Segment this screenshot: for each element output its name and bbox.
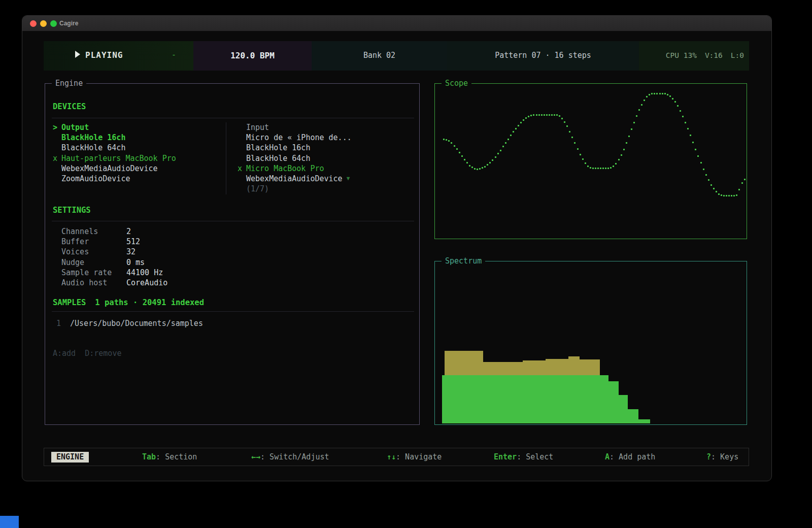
scope-dot — [636, 115, 637, 117]
bank-segment[interactable]: Bank 02 — [312, 41, 447, 71]
setting-value: 44100 Hz — [126, 268, 163, 278]
scope-dot — [497, 153, 499, 154]
scope-dot — [692, 142, 694, 143]
device-row[interactable]: xHaut-parleurs MacBook Pro — [53, 153, 220, 163]
scope-dot — [456, 148, 458, 150]
scope-dot — [669, 95, 671, 97]
scope-dot — [461, 155, 463, 157]
settings-row[interactable]: Sample rate44100 Hz — [61, 268, 167, 278]
scope-dot — [525, 117, 527, 119]
settings-row[interactable]: Nudge0 ms — [61, 257, 167, 268]
cpu-value: CPU 13% — [666, 51, 697, 59]
hint-desc: : Select — [517, 452, 553, 461]
device-name: (1/7) — [246, 184, 269, 194]
settings-list: Channels2Buffer512Voices32Nudge0 msSampl… — [61, 226, 167, 288]
bpm-value: 120.0 BPM — [193, 51, 312, 60]
scope-dot — [690, 135, 691, 136]
scope-dot — [631, 128, 632, 130]
spectrum-peak-bar — [580, 359, 600, 375]
bpm-segment[interactable]: 120.0 BPM — [193, 41, 312, 71]
input-header[interactable]: Input — [238, 122, 413, 133]
device-row[interactable]: WebexMediaAudioDevice▼ — [238, 174, 413, 184]
cursor-icon: > — [53, 122, 61, 133]
device-name: BlackHole 16ch — [61, 133, 125, 143]
key-hint: ←→: Switch/Adjust — [251, 452, 329, 461]
scope-dot — [482, 167, 483, 169]
device-row[interactable]: Micro de « iPhone de... — [238, 133, 413, 143]
scope-dot — [718, 193, 720, 195]
device-row[interactable]: BlackHole 16ch — [238, 143, 413, 153]
device-name: Micro de « iPhone de... — [246, 133, 352, 143]
scope-dot — [451, 142, 452, 144]
device-row[interactable]: xMicro MacBook Pro — [238, 163, 413, 174]
scope-dot — [713, 188, 715, 189]
samples-heading: SAMPLES1 paths · 20491 indexed — [53, 298, 204, 307]
scope-dot — [582, 158, 584, 160]
engine-panel: Engine DEVICES >Output BlackHole 16chBla… — [45, 83, 420, 425]
setting-label: Voices — [61, 247, 126, 257]
scope-dot — [541, 114, 543, 116]
scope-dot — [695, 149, 696, 150]
settings-row[interactable]: Voices32 — [61, 247, 167, 257]
device-name: Micro MacBook Pro — [246, 163, 324, 174]
hint-desc: : Add path — [610, 452, 655, 461]
sample-path-row[interactable]: 1/Users/bubo/Documents/samples — [56, 318, 203, 328]
hint-key: ? — [706, 452, 711, 461]
settings-row[interactable]: Audio hostCoreAudio — [61, 278, 167, 288]
hint-key: Tab — [142, 452, 156, 461]
key-hint: ?: Keys — [706, 452, 738, 461]
scope-dot — [585, 162, 586, 164]
setting-label: Buffer — [61, 237, 126, 247]
maximize-button[interactable] — [50, 20, 57, 27]
device-name: WebexMediaAudioDevice — [246, 174, 343, 184]
desktop-background: Cagire PLAYING - 120.0 BPM Bank 02 Patte… — [0, 0, 812, 528]
scope-dot — [667, 94, 668, 95]
output-header[interactable]: >Output — [53, 122, 220, 133]
scope-dot — [626, 142, 627, 144]
scope-dot — [474, 168, 476, 170]
transport-bar: PLAYING - 120.0 BPM Bank 02 Pattern 07 ·… — [44, 41, 749, 71]
device-row[interactable]: BlackHole 64ch — [53, 143, 220, 153]
scope-dot — [459, 152, 460, 153]
scope-dot — [546, 114, 548, 116]
scope-dot — [710, 184, 712, 186]
settings-row[interactable]: Channels2 — [61, 226, 167, 237]
output-device-list: >Output BlackHole 16chBlackHole 64chxHau… — [53, 122, 220, 184]
scope-dot — [554, 114, 555, 116]
scope-dot — [500, 150, 501, 151]
device-row[interactable]: ZoomAudioDevice — [53, 174, 220, 184]
device-row[interactable]: BlackHole 16ch — [53, 133, 220, 143]
device-row[interactable]: (1/7) — [238, 184, 413, 194]
spectrum-level-bar — [638, 419, 650, 423]
scope-dot — [464, 159, 465, 160]
divider — [52, 221, 414, 221]
scope-dot — [492, 159, 493, 161]
scope-dot — [487, 164, 488, 166]
setting-value: 2 — [126, 226, 131, 237]
device-row[interactable]: WebexMediaAudioDevice — [53, 163, 220, 174]
spectrum-peak-bar — [568, 356, 580, 375]
close-button[interactable] — [30, 20, 37, 27]
active-marker-icon: x — [53, 153, 61, 163]
titlebar[interactable]: Cagire — [22, 16, 771, 31]
setting-label: Audio host — [61, 278, 126, 288]
active-marker-icon: x — [238, 163, 246, 174]
scope-dot — [538, 114, 540, 116]
scope-dot — [680, 110, 681, 112]
key-hint: A: Add path — [605, 452, 655, 461]
settings-row[interactable]: Buffer512 — [61, 237, 167, 247]
scope-dot — [662, 93, 663, 94]
scope-dot — [685, 122, 686, 123]
transport-segment[interactable]: PLAYING - — [44, 41, 193, 71]
spectrum-peak-bar — [546, 359, 568, 375]
pattern-value: Pattern 07 · 16 steps — [447, 51, 639, 60]
prefix-spacer — [238, 184, 246, 194]
scope-dot — [672, 98, 673, 100]
device-row[interactable]: BlackHole 64ch — [238, 153, 413, 163]
scope-dot — [466, 162, 468, 163]
scope-dot — [733, 195, 735, 196]
scope-dot — [523, 119, 524, 121]
scope-dot — [502, 146, 504, 147]
pattern-segment[interactable]: Pattern 07 · 16 steps — [447, 41, 639, 71]
minimize-button[interactable] — [40, 20, 47, 27]
